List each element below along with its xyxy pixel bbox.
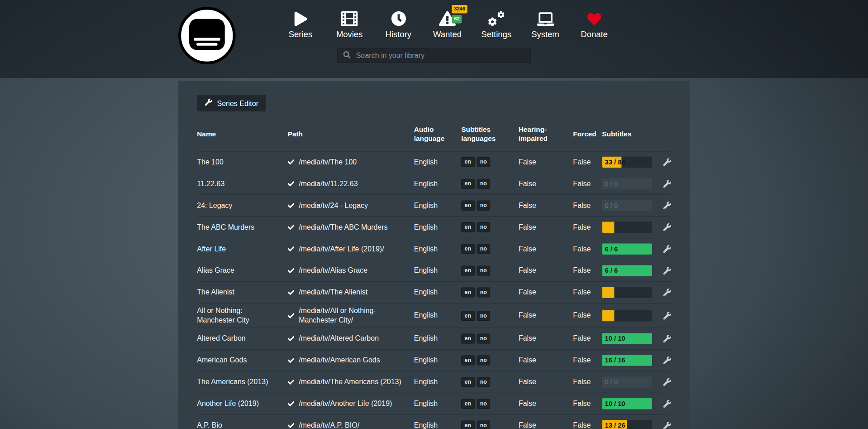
gears-icon — [487, 8, 505, 26]
table-row: Alias Grace /media/tv/Alias Grace Englis… — [197, 260, 671, 282]
edit-series-button[interactable] — [663, 180, 671, 188]
language-badge: en — [461, 333, 474, 343]
series-path: /media/tv/Alias Grace — [288, 266, 414, 275]
column-header-name: Name — [197, 130, 287, 139]
series-name[interactable]: All or Nothing: Manchester City — [197, 307, 287, 325]
edit-series-button[interactable] — [663, 202, 671, 209]
subtitles-progress-cell — [602, 222, 656, 233]
table-row: A.P. Bio /media/tv/A.P. BIO/ English enn… — [197, 415, 671, 429]
table-row: After Life /media/tv/After Life (2019)/ … — [197, 239, 671, 260]
hearing-impaired-value: False — [519, 421, 573, 429]
progress-label: 10 / 10 — [605, 335, 625, 343]
subtitles-languages-badges: enno — [461, 420, 519, 429]
main-nav: Series Movies History Wanted 324662 Sett… — [276, 8, 619, 39]
series-path: /media/tv/The Alienist — [288, 288, 414, 297]
series-name[interactable]: A.P. Bio — [197, 421, 287, 429]
progress-label: 6 / 6 — [605, 245, 618, 253]
table-row: All or Nothing: Manchester City /media/t… — [197, 304, 671, 328]
hearing-impaired-value: False — [519, 356, 573, 365]
nav-item-system[interactable]: System — [521, 8, 570, 39]
edit-series-button[interactable] — [663, 400, 671, 407]
subtitles-progress-bar: 0 / 0 — [602, 178, 652, 190]
column-header-langs: Subtitles languages — [461, 126, 519, 143]
wanted-count-badges: 324662 — [452, 5, 467, 24]
hearing-impaired-value: False — [519, 179, 573, 188]
audio-language-value: English — [414, 311, 462, 320]
nav-item-series[interactable]: Series — [276, 8, 325, 39]
edit-series-button[interactable] — [663, 158, 671, 166]
heart-icon — [587, 8, 602, 26]
language-badge: en — [461, 355, 474, 365]
subtitles-progress-bar: 16 / 16 — [602, 355, 652, 366]
edit-series-button[interactable] — [663, 421, 671, 429]
series-path: /media/tv/11.22.63 — [288, 179, 414, 188]
edit-series-button[interactable] — [663, 357, 671, 364]
hearing-impaired-value: False — [519, 399, 573, 408]
series-name[interactable]: Altered Carbon — [197, 334, 287, 343]
nav-item-movies[interactable]: Movies — [325, 8, 374, 39]
series-path: /media/tv/24 - Legacy — [288, 201, 414, 210]
nav-item-wanted[interactable]: Wanted 324662 — [423, 8, 472, 39]
edit-series-button[interactable] — [663, 312, 671, 319]
subtitles-languages-badges: enno — [461, 244, 519, 254]
subtitles-progress-bar: 13 / 26 — [602, 420, 652, 429]
series-name[interactable]: The Americans (2013) — [197, 377, 287, 386]
series-name[interactable]: The 100 — [197, 158, 287, 167]
series-path-text: /media/tv/11.22.63 — [299, 179, 358, 188]
nav-item-settings[interactable]: Settings — [472, 8, 521, 39]
subtitles-progress-bar: 10 / 10 — [602, 398, 652, 410]
series-name[interactable]: Alias Grace — [197, 266, 287, 275]
language-badge: no — [477, 333, 490, 343]
series-name[interactable]: 24: Legacy — [197, 201, 287, 210]
edit-series-button[interactable] — [663, 245, 671, 253]
language-badge: no — [477, 310, 490, 320]
edit-series-button[interactable] — [663, 289, 671, 296]
table-row: 11.22.63 /media/tv/11.22.63 English enno… — [197, 174, 671, 195]
progress-label: 6 / 6 — [605, 267, 618, 275]
series-path: /media/tv/The 100 — [288, 158, 414, 167]
search-input[interactable] — [355, 51, 525, 60]
subtitles-languages-badges: enno — [461, 355, 519, 365]
series-name[interactable]: American Gods — [197, 356, 287, 365]
audio-language-value: English — [414, 399, 462, 408]
hearing-impaired-value: False — [519, 311, 573, 320]
nav-item-donate[interactable]: Donate — [570, 8, 619, 39]
forced-value: False — [573, 179, 602, 188]
series-path-text: /media/tv/The 100 — [299, 158, 357, 167]
table-row: The 100 /media/tv/The 100 English enno F… — [197, 152, 671, 174]
audio-language-value: English — [414, 179, 462, 188]
series-path-text: /media/tv/The Alienist — [299, 288, 367, 297]
language-badge: en — [461, 310, 474, 320]
forced-value: False — [573, 201, 602, 210]
series-path-text: /media/tv/Another Life (2019) — [299, 399, 392, 408]
subtitles-progress-cell: 10 / 10 — [602, 333, 656, 344]
subtitles-languages-badges: enno — [461, 399, 519, 409]
bazarr-logo[interactable] — [178, 7, 236, 65]
series-name[interactable]: The ABC Murders — [197, 223, 287, 232]
series-path-text: /media/tv/All or Nothing- Manchester Cit… — [299, 307, 407, 325]
nav-item-label: Donate — [581, 29, 607, 39]
edit-series-button[interactable] — [663, 223, 671, 231]
series-name[interactable]: 11.22.63 — [197, 179, 287, 188]
subtitles-progress-cell: 16 / 16 — [602, 355, 656, 366]
nav-item-label: Wanted — [433, 29, 462, 39]
check-icon — [288, 357, 295, 364]
series-path-text: /media/tv/Altered Carbon — [299, 334, 379, 343]
subtitles-progress-bar: 6 / 6 — [602, 265, 652, 277]
nav-item-history[interactable]: History — [374, 8, 423, 39]
table-row: Altered Carbon /media/tv/Altered Carbon … — [197, 328, 671, 350]
table-row: The Americans (2013) /media/tv/The Ameri… — [197, 371, 671, 393]
series-editor-label: Series Editor — [217, 99, 259, 107]
series-name[interactable]: Another Life (2019) — [197, 399, 287, 408]
series-path: /media/tv/A.P. BIO/ — [288, 421, 414, 429]
edit-series-button[interactable] — [663, 267, 671, 275]
audio-language-value: English — [414, 245, 462, 254]
series-name[interactable]: The Alienist — [197, 288, 287, 297]
edit-series-button[interactable] — [663, 335, 671, 342]
language-badge: en — [461, 244, 474, 254]
series-name[interactable]: After Life — [197, 245, 287, 254]
subtitles-progress-bar — [602, 222, 652, 233]
audio-language-value: English — [414, 334, 462, 343]
series-editor-button[interactable]: Series Editor — [197, 95, 266, 111]
edit-series-button[interactable] — [663, 378, 671, 386]
